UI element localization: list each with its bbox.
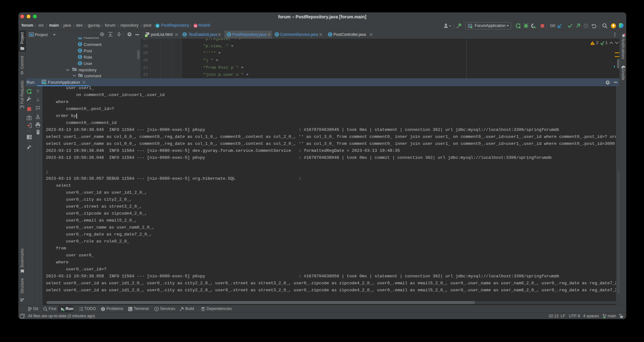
svg-text:E: E bbox=[79, 55, 81, 59]
svg-text:C: C bbox=[79, 37, 81, 39]
svg-text:m: m bbox=[194, 24, 197, 28]
svg-text:C: C bbox=[157, 24, 159, 28]
svg-text:C: C bbox=[228, 33, 230, 36]
svg-text:C: C bbox=[79, 49, 81, 52]
svg-text:C: C bbox=[184, 33, 186, 36]
svg-text:C: C bbox=[79, 42, 81, 46]
svg-text:H: H bbox=[145, 35, 147, 37]
svg-text:C: C bbox=[79, 61, 81, 65]
svg-text:C: C bbox=[276, 33, 278, 36]
svg-text:C: C bbox=[329, 33, 331, 36]
